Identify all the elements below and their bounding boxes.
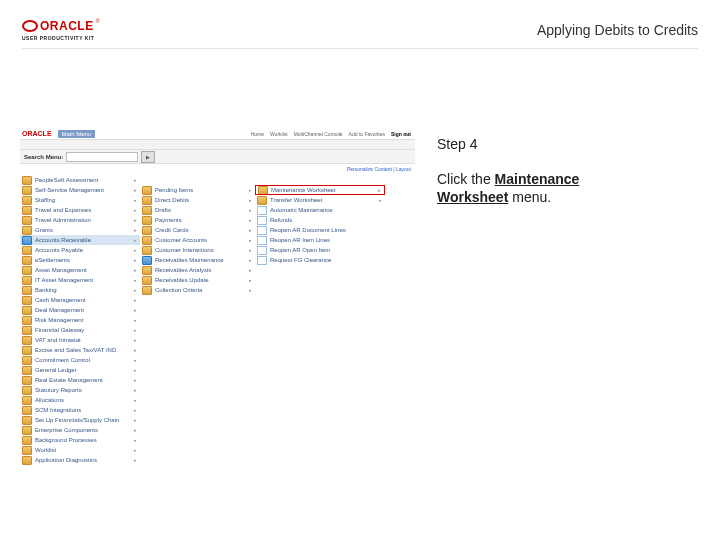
- instruction-panel: Step 4 Click the Maintenance Worksheet m…: [435, 128, 623, 214]
- none-icon: [257, 177, 265, 184]
- folder-icon: [22, 176, 32, 185]
- col1-item-5[interactable]: Grants▸: [20, 225, 140, 235]
- main-menu-badge[interactable]: Main Menu: [58, 130, 96, 138]
- col1-item-14[interactable]: Risk Management▸: [20, 315, 140, 325]
- link-worklist[interactable]: Worklist: [270, 131, 288, 137]
- col2-item-2[interactable]: Direct Debits▸: [140, 195, 255, 205]
- folder-icon: [22, 376, 32, 385]
- menu-item-label: Collection Criteria: [155, 287, 202, 293]
- col1-item-26[interactable]: Background Processes▸: [20, 435, 140, 445]
- col1-item-11[interactable]: Banking▸: [20, 285, 140, 295]
- search-input[interactable]: [66, 152, 138, 162]
- chevron-right-icon: ▸: [134, 357, 140, 363]
- col1-item-17[interactable]: Excise and Sales Tax/VAT IND▸: [20, 345, 140, 355]
- chevron-right-icon: ▸: [134, 367, 140, 373]
- folder-icon: [22, 286, 32, 295]
- col1-item-3[interactable]: Travel and Expenses▸: [20, 205, 140, 215]
- menu-item-label: Cash Management: [35, 297, 86, 303]
- folder-icon: [142, 206, 152, 215]
- folder-icon: [22, 426, 32, 435]
- menu-col-1: PeopleSoft Assessment▸Self-Service Manag…: [20, 173, 140, 465]
- menu-item-label: Direct Debits: [155, 197, 189, 203]
- col1-item-25[interactable]: Enterprise Components▸: [20, 425, 140, 435]
- col3-item-1[interactable]: Maintenance Worksheet▸: [255, 185, 385, 195]
- folder-icon: [22, 276, 32, 285]
- top-links: Home Worklist MultiChannel Console Add t…: [251, 131, 415, 137]
- instr-before: Click the: [437, 171, 495, 187]
- col1-item-4[interactable]: Travel Administration▸: [20, 215, 140, 225]
- col3-item-7[interactable]: Reopen AR Open Item: [255, 245, 385, 255]
- chevron-right-icon: ▸: [134, 437, 140, 443]
- col1-item-27[interactable]: Worklist▸: [20, 445, 140, 455]
- folder-icon: [22, 446, 32, 455]
- menu-item-label: Credit Cards: [155, 227, 189, 233]
- folder-open-icon: [142, 256, 152, 265]
- col1-item-1[interactable]: Self-Service Management▸: [20, 185, 140, 195]
- col3-item-5[interactable]: Reopen AR Document Lines: [255, 225, 385, 235]
- peoplesoft-app: ORACLE Main Menu Home Worklist MultiChan…: [20, 128, 415, 398]
- folder-icon: [22, 196, 32, 205]
- col1-item-20[interactable]: Real Estate Management▸: [20, 375, 140, 385]
- col1-item-6[interactable]: Accounts Receivable▸: [20, 235, 140, 245]
- folder-icon: [22, 256, 32, 265]
- col1-item-18[interactable]: Commitment Control▸: [20, 355, 140, 365]
- col1-item-28[interactable]: Application Diagnostics▸: [20, 455, 140, 465]
- col1-item-0[interactable]: PeopleSoft Assessment▸: [20, 175, 140, 185]
- col2-item-7[interactable]: Customer Interactions▸: [140, 245, 255, 255]
- col1-item-24[interactable]: Set Up Financials/Supply Chain▸: [20, 415, 140, 425]
- col1-item-16[interactable]: VAT and Intrastat▸: [20, 335, 140, 345]
- col3-item-8[interactable]: Request FG Clearance: [255, 255, 385, 265]
- col3-item-2[interactable]: Transfer Worksheet▸: [255, 195, 385, 205]
- col3-item-6[interactable]: Reopen AR Item Lines: [255, 235, 385, 245]
- page-icon: [257, 236, 267, 245]
- col1-item-10[interactable]: IT Asset Management▸: [20, 275, 140, 285]
- col1-item-15[interactable]: Financial Gateway▸: [20, 325, 140, 335]
- chevron-right-icon: ▸: [134, 397, 140, 403]
- menu-item-label: General Ledger: [35, 367, 77, 373]
- folder-icon: [22, 216, 32, 225]
- link-mcconsole[interactable]: MultiChannel Console: [294, 131, 343, 137]
- link-home[interactable]: Home: [251, 131, 264, 137]
- col2-item-10[interactable]: Receivables Update▸: [140, 275, 255, 285]
- link-signout[interactable]: Sign out: [391, 131, 411, 137]
- col2-item-4[interactable]: Payments▸: [140, 215, 255, 225]
- menu-item-label: SCM Integrations: [35, 407, 81, 413]
- oracle-logo-block: ORACLE ® USER PRODUCTIVITY KIT: [22, 19, 99, 41]
- col1-item-23[interactable]: SCM Integrations▸: [20, 405, 140, 415]
- oracle-wordmark: ORACLE: [40, 19, 94, 33]
- col1-item-2[interactable]: Staffing▸: [20, 195, 140, 205]
- col2-item-0: [140, 175, 255, 185]
- menu-item-label: Automatic Maintenance: [270, 207, 333, 213]
- link-favorites[interactable]: Add to Favorites: [349, 131, 385, 137]
- folder-icon: [22, 456, 32, 465]
- col3-item-4[interactable]: Refunds: [255, 215, 385, 225]
- page-icon: [257, 216, 267, 225]
- col3-item-3[interactable]: Automatic Maintenance: [255, 205, 385, 215]
- col2-item-3[interactable]: Drafts▸: [140, 205, 255, 215]
- col1-item-12[interactable]: Cash Management▸: [20, 295, 140, 305]
- menu-item-label: Financial Gateway: [35, 327, 84, 333]
- page-icon: [257, 226, 267, 235]
- col1-item-13[interactable]: Deal Management▸: [20, 305, 140, 315]
- col2-item-11[interactable]: Collection Criteria▸: [140, 285, 255, 295]
- col1-item-19[interactable]: General Ledger▸: [20, 365, 140, 375]
- col2-item-5[interactable]: Credit Cards▸: [140, 225, 255, 235]
- search-go-button[interactable]: ▶: [141, 151, 155, 163]
- menu-item-label: Drafts: [155, 207, 171, 213]
- col2-item-6[interactable]: Customer Accounts▸: [140, 235, 255, 245]
- col2-item-8[interactable]: Receivables Maintenance▸: [140, 255, 255, 265]
- col2-item-1[interactable]: Pending Items▸: [140, 185, 255, 195]
- chevron-right-icon: ▸: [134, 327, 140, 333]
- folder-icon: [22, 316, 32, 325]
- menu-item-label: Application Diagnostics: [35, 457, 97, 463]
- oracle-o-icon: [22, 20, 38, 32]
- col1-item-9[interactable]: Asset Management▸: [20, 265, 140, 275]
- col1-item-7[interactable]: Accounts Payable▸: [20, 245, 140, 255]
- menu-item-label: eSettlements: [35, 257, 70, 263]
- col1-item-8[interactable]: eSettlements▸: [20, 255, 140, 265]
- col2-item-9[interactable]: Receivables Analysis▸: [140, 265, 255, 275]
- personalize-link[interactable]: Personalize Content | Layout: [20, 164, 415, 173]
- col1-item-21[interactable]: Statutory Reports▸: [20, 385, 140, 395]
- folder-icon: [258, 186, 268, 195]
- col1-item-22[interactable]: Allocations▸: [20, 395, 140, 405]
